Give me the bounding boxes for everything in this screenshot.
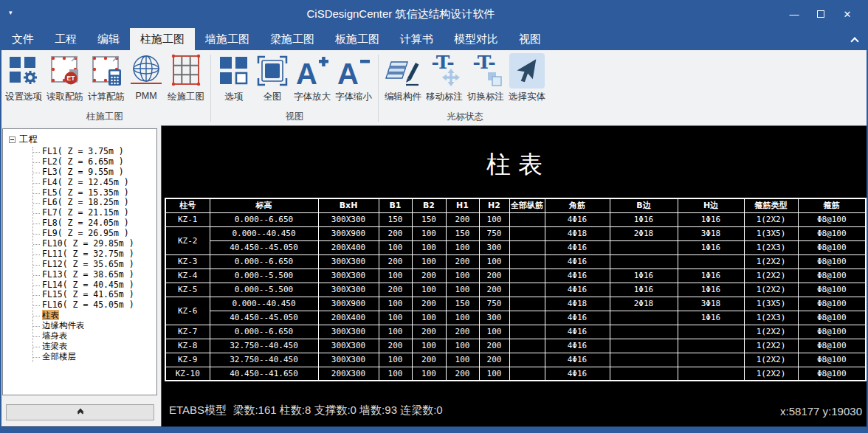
table-header-cell: B2 [412,198,446,212]
ribbon-button-字体放大[interactable]: A字体放大 [292,53,333,103]
tree-item-FL10( Z = 29.85m )[interactable]: FL10( Z = 29.85m ) [33,239,156,249]
ribbon-button-label: 字体缩小 [335,91,372,103]
tree-item-全部楼层[interactable]: 全部楼层 [33,352,156,362]
table-cell: 2Φ18 [610,226,678,240]
tree-item-FL3( Z = 9.55m )[interactable]: FL3( Z = 9.55m ) [33,167,156,178]
ribbon-groups: 设置选项ET读取配筋计算配筋PMM绘施工图柱施工图选项全图A字体放大A字体缩小视… [0,50,551,125]
menu-tab-梁施工图[interactable]: 梁施工图 [260,28,325,50]
column-id-cell: KZ-6 [165,297,210,325]
table-cell: 4Φ16 [545,339,610,353]
ribbon-button-选择实体[interactable]: 选择实体 [506,53,548,103]
tree-item-FL4( Z = 12.45m )[interactable]: FL4( Z = 12.45m ) [33,178,156,188]
table-cell: Φ8@100 [798,212,866,226]
drawing-canvas[interactable]: 柱表 柱号标高BxHB1B2H1H2全部纵筋角筋B边H边箍筋类型箍筋 KZ-10… [161,125,868,426]
tree-root-project[interactable]: 工程 [9,134,156,146]
menu-tab-编辑[interactable]: 编辑 [87,28,130,50]
table-cell: Φ8@100 [798,254,866,269]
tree-item-柱表[interactable]: 柱表 [33,311,156,321]
table-header-cell: 柱号 [165,198,210,212]
table-cell [678,325,744,339]
ribbon-button-设置选项[interactable]: 设置选项 [3,53,44,103]
table-cell: 1Φ16 [678,283,744,297]
menu-tab-墙施工图[interactable]: 墙施工图 [195,28,260,50]
tree-item-FL8( Z = 24.05m )[interactable]: FL8( Z = 24.05m ) [33,218,156,229]
tree-item-FL5( Z = 15.35m )[interactable]: FL5( Z = 15.35m ) [33,188,156,198]
ribbon-button-label: 选择实体 [509,91,545,103]
tree-item-FL12( Z = 35.65m )[interactable]: FL12( Z = 35.65m ) [33,260,156,270]
tree-root-label: 工程 [19,134,38,146]
ribbon-button-label: 切换标注 [467,91,504,103]
minimize-button[interactable]: — [781,0,807,28]
tree-item-FL16( Z = 45.05m )[interactable]: FL16( Z = 45.05m ) [33,300,156,311]
tree-item-边缘构件表[interactable]: 边缘构件表 [33,321,156,331]
svg-text:A: A [296,58,317,89]
ribbon-button-label: PMM [135,91,156,101]
table-cell [509,353,545,367]
table-row: KZ-1040.450--41.650200X3001001002001004Φ… [165,367,866,381]
ribbon-collapse-button[interactable] [852,38,859,46]
table-row: KZ-30.000--6.650300X3002001002001004Φ161… [165,254,866,269]
tree-item-label: FL10( Z = 29.85m ) [42,238,134,249]
table-cell [678,254,744,269]
table-cell: 1(2X2) [744,367,798,381]
tree-collapse-box-icon[interactable] [9,136,16,143]
table-cell: 40.450--41.650 [210,367,318,381]
ribbon-button-计算配筋[interactable]: 计算配筋 [86,53,127,103]
maximize-button[interactable] [807,0,834,28]
table-cell: 100 [446,339,479,353]
tree-item-FL11( Z = 32.75m )[interactable]: FL11( Z = 32.75m ) [33,249,156,260]
tree-item-FL15( Z = 41.65m )[interactable]: FL15( Z = 41.65m ) [33,290,156,300]
sidebar-collapse-button[interactable] [6,404,154,420]
menu-tab-视图[interactable]: 视图 [509,28,551,50]
tree-item-FL7( Z = 21.15m )[interactable]: FL7( Z = 21.15m ) [33,208,156,218]
tree-item-FL1( Z = 3.75m )[interactable]: FL1( Z = 3.75m ) [33,147,156,157]
table-cell: 200X400 [318,240,379,254]
table-cell: 3Φ18 [678,226,744,240]
ribbon-button-编辑构件[interactable]: 编辑构件 [382,53,424,103]
cursor-coordinates: x:58177 y:19030 [780,405,862,418]
menu-tab-模型对比[interactable]: 模型对比 [444,28,509,50]
table-cell: 4Φ16 [545,283,610,297]
ribbon-button-选项[interactable]: 选项 [215,53,253,103]
table-cell: 200 [412,353,446,367]
ribbon-button-移动标注[interactable]: -T-移动标注 [424,53,465,103]
ribbon-button-切换标注[interactable]: -T-切换标注 [465,53,506,103]
tree-item-label: FL16( Z = 45.05m ) [42,299,134,310]
menu-tab-柱施工图[interactable]: 柱施工图 [130,28,195,50]
tree-item-label: FL9( Z = 26.95m ) [42,228,129,238]
table-cell [509,212,545,226]
table-header-cell: 箍筋 [798,198,866,212]
ribbon-button-字体缩小[interactable]: A字体缩小 [333,53,374,103]
table-cell: 1Φ16 [678,269,744,283]
table-cell: 100 [479,212,509,226]
tree-item-墙身表[interactable]: 墙身表 [33,331,156,342]
draw-drawing-grid-icon [168,53,204,89]
edit-member-pencil-icon [385,53,421,89]
close-button[interactable]: ✕ [834,0,861,28]
table-cell: 150 [446,226,479,240]
tree-item-FL2( Z = 6.65m )[interactable]: FL2( Z = 6.65m ) [33,157,156,167]
ribbon-button-PMM[interactable]: PMM [127,53,165,101]
tree-item-label: FL5( Z = 15.35m ) [42,187,129,198]
table-cell: 100 [412,254,446,269]
tree-item-FL6( Z = 18.25m )[interactable]: FL6( Z = 18.25m ) [33,198,156,208]
table-row: KZ-60.000--40.450300X9001002001507504Φ18… [165,297,866,311]
table-cell: 100 [446,353,479,367]
ribbon-button-全图[interactable]: 全图 [253,53,292,103]
tree-item-FL9( Z = 26.95m )[interactable]: FL9( Z = 26.95m ) [33,229,156,239]
tree-item-FL14( Z = 40.45m )[interactable]: FL14( Z = 40.45m ) [33,280,156,291]
ribbon-button-绘施工图[interactable]: 绘施工图 [165,53,207,103]
menu-tab-计算书[interactable]: 计算书 [390,28,444,50]
tree-item-连梁表[interactable]: 连梁表 [33,342,156,352]
project-tree-panel[interactable]: 工程 FL1( Z = 3.75m )FL2( Z = 6.65m )FL3( … [2,128,157,395]
ribbon-button-label: 绘施工图 [168,91,204,103]
tree-item-label: FL8( Z = 24.05m ) [42,218,129,228]
table-cell: 300 [479,240,509,254]
ribbon-button-读取配筋[interactable]: ET读取配筋 [44,53,86,103]
menu-tab-板施工图[interactable]: 板施工图 [325,28,390,50]
menu-tab-文件[interactable]: 文件 [1,28,44,50]
tree-item-FL13( Z = 38.65m )[interactable]: FL13( Z = 38.65m ) [33,270,156,280]
table-cell: 0.000--40.450 [210,226,318,240]
menu-tab-工程[interactable]: 工程 [44,28,87,50]
table-cell: 40.450--45.050 [210,240,318,254]
